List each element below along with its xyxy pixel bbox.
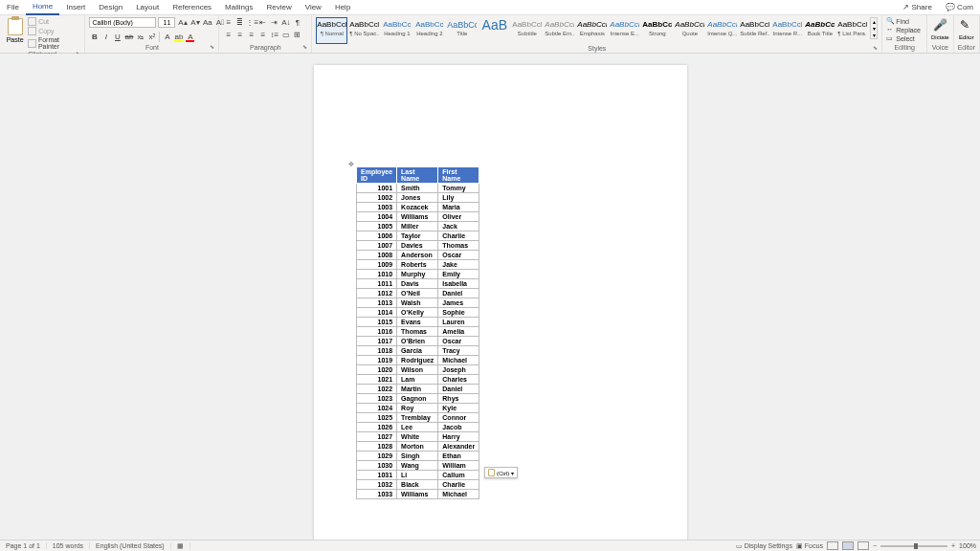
table-row[interactable]: 1007DaviesThomas [357, 241, 479, 251]
table-cell[interactable]: 1027 [357, 432, 397, 442]
table-row[interactable]: 1002JonesLily [357, 193, 479, 203]
table-cell[interactable]: 1009 [357, 260, 397, 270]
table-cell[interactable]: 1015 [357, 318, 397, 327]
table-cell[interactable]: Lauren [438, 318, 479, 327]
table-cell[interactable]: Amelia [438, 327, 479, 337]
document-area[interactable]: ✥ Employee IDLast NameFirst Name 1001Smi… [0, 54, 980, 540]
font-color-button[interactable]: A [185, 32, 195, 42]
language-indicator[interactable]: English (United States) [90, 542, 171, 549]
style-heading-2[interactable]: AaBbCcHeading 2 [413, 17, 445, 44]
table-cell[interactable]: Charles [438, 375, 479, 385]
table-cell[interactable]: Emily [438, 270, 479, 279]
table-cell[interactable]: Joseph [438, 365, 479, 375]
table-cell[interactable]: 1011 [357, 279, 397, 289]
table-cell[interactable]: Oscar [438, 251, 479, 260]
paste-options-tag[interactable]: (Ctrl) ▾ [484, 467, 518, 478]
macro-indicator[interactable]: ▦ [171, 542, 190, 550]
table-cell[interactable]: 1023 [357, 394, 397, 404]
change-case-button[interactable]: Aa [202, 17, 212, 28]
table-cell[interactable]: Rhys [438, 394, 479, 404]
table-cell[interactable]: Martin [397, 385, 438, 394]
table-cell[interactable]: Tremblay [397, 413, 438, 423]
table-cell[interactable]: Garcia [397, 346, 438, 356]
table-header[interactable]: Employee ID [357, 167, 397, 184]
table-cell[interactable]: 1025 [357, 413, 397, 423]
subscript-button[interactable]: x₂ [135, 32, 145, 42]
table-row[interactable]: 1010MurphyEmily [357, 270, 479, 279]
table-cell[interactable]: Charlie [438, 480, 479, 490]
share-button[interactable]: ↗ Share [896, 0, 939, 15]
table-cell[interactable]: 1010 [357, 270, 397, 279]
table-cell[interactable]: Jones [397, 193, 438, 203]
find-button[interactable]: 🔍Find [886, 17, 909, 25]
indent-dec-button[interactable]: ⇤ [257, 17, 268, 28]
page-indicator[interactable]: Page 1 of 1 [0, 542, 47, 549]
cut-button[interactable]: Cut [28, 17, 80, 26]
table-row[interactable]: 1023GagnonRhys [357, 394, 479, 404]
styles-more-button[interactable]: ▴▾▾ [870, 17, 878, 39]
style--list-para-[interactable]: AaBbCcDd¶ List Para... [836, 17, 868, 44]
style-intense-q-[interactable]: AaBbCcDcIntense Q... [706, 17, 738, 44]
justify-button[interactable]: ≡ [257, 30, 268, 40]
style--normal[interactable]: AaBbCcDd¶ Normal [316, 17, 347, 44]
table-cell[interactable]: Daniel [438, 385, 479, 394]
style-intense-r-[interactable]: AaBbCcDdIntense R... [771, 17, 803, 44]
table-cell[interactable]: Sophie [438, 308, 479, 318]
display-settings-button[interactable]: ▭ Display Settings [736, 542, 792, 550]
table-cell[interactable]: 1028 [357, 442, 397, 452]
table-cell[interactable]: Jacob [438, 423, 479, 432]
table-anchor-icon[interactable]: ✥ [348, 161, 354, 168]
table-cell[interactable]: Morton [397, 442, 438, 452]
table-row[interactable]: 1026LeeJacob [357, 423, 479, 432]
table-cell[interactable]: Callum [438, 471, 479, 480]
employee-table[interactable]: Employee IDLast NameFirst Name 1001Smith… [356, 166, 479, 499]
table-cell[interactable]: Anderson [397, 251, 438, 260]
table-cell[interactable]: Roy [397, 404, 438, 413]
numbering-button[interactable]: ≣ [234, 17, 245, 28]
table-cell[interactable]: Wilson [397, 365, 438, 375]
underline-button[interactable]: U [112, 32, 122, 42]
table-row[interactable]: 1033WilliamsMichael [357, 490, 479, 499]
table-row[interactable]: 1024RoyKyle [357, 404, 479, 413]
text-effects-button[interactable]: A [162, 32, 172, 42]
menu-tab-help[interactable]: Help [328, 0, 357, 15]
table-row[interactable]: 1030WangWilliam [357, 461, 479, 471]
table-cell[interactable]: 1001 [357, 184, 397, 193]
table-cell[interactable]: Black [397, 480, 438, 490]
style-title[interactable]: AaB [479, 17, 510, 44]
word-count[interactable]: 105 words [47, 542, 90, 549]
table-cell[interactable]: Michael [438, 356, 479, 365]
copy-button[interactable]: Copy [28, 27, 80, 35]
zoom-slider[interactable] [880, 545, 947, 547]
table-cell[interactable]: 1024 [357, 404, 397, 413]
table-row[interactable]: 1028MortonAlexander [357, 442, 479, 452]
table-cell[interactable]: 1022 [357, 385, 397, 394]
table-cell[interactable]: Lily [438, 193, 479, 203]
table-row[interactable]: 1005MillerJack [357, 222, 479, 231]
focus-mode-button[interactable]: ▣ Focus [796, 542, 823, 550]
table-row[interactable]: 1017O'BrienOscar [357, 337, 479, 346]
table-cell[interactable]: 1018 [357, 346, 397, 356]
table-row[interactable]: 1019RodriguezMichael [357, 356, 479, 365]
style--no-spac-[interactable]: AaBbCcDd¶ No Spac... [348, 17, 380, 44]
zoom-in-button[interactable]: + [951, 542, 955, 549]
menu-tab-view[interactable]: View [299, 0, 328, 15]
table-cell[interactable]: 1012 [357, 289, 397, 298]
comments-button[interactable]: 💬 Com [939, 0, 980, 15]
menu-tab-file[interactable]: File [0, 0, 26, 15]
strike-button[interactable]: ab [123, 32, 134, 42]
font-name-input[interactable] [89, 17, 156, 28]
table-cell[interactable]: Tracy [438, 346, 479, 356]
style-subtle-em-[interactable]: AaBbCcDdSubtle Em... [544, 17, 575, 44]
table-cell[interactable]: Michael [438, 490, 479, 499]
table-row[interactable]: 1009RobertsJake [357, 260, 479, 270]
table-cell[interactable]: 1029 [357, 452, 397, 461]
font-size-input[interactable] [158, 17, 175, 28]
pen-icon[interactable]: ✎ [960, 18, 973, 32]
table-row[interactable]: 1025TremblayConnor [357, 413, 479, 423]
highlight-button[interactable]: ab [173, 32, 184, 42]
table-cell[interactable]: 1020 [357, 365, 397, 375]
table-row[interactable]: 1020WilsonJoseph [357, 365, 479, 375]
show-marks-button[interactable]: ¶ [292, 17, 302, 28]
line-spacing-button[interactable]: ↕≡ [269, 30, 279, 40]
